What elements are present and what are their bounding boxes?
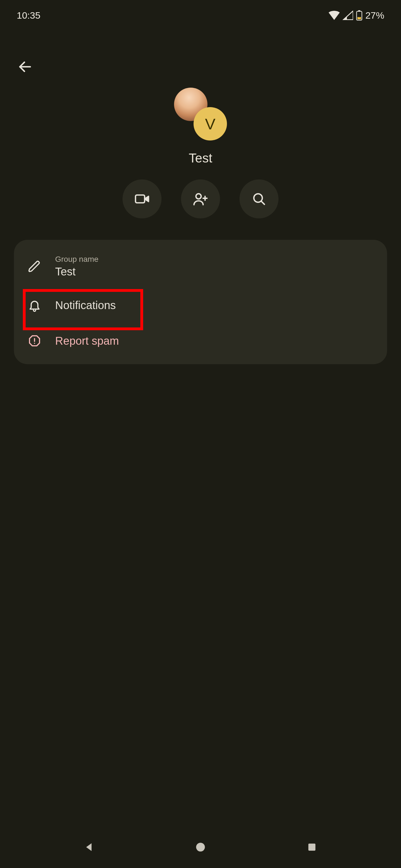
android-nav-bar	[0, 832, 401, 868]
group-name-row[interactable]: Group name Test	[14, 245, 387, 287]
svg-rect-16	[308, 843, 315, 850]
add-person-button[interactable]	[181, 180, 220, 218]
status-bar: 10:35 27%	[0, 0, 401, 31]
group-header: V Test	[0, 88, 401, 218]
status-icons: 27%	[328, 10, 384, 21]
avatar-secondary: V	[194, 107, 227, 141]
battery-percent: 27%	[365, 10, 384, 21]
notifications-label: Notifications	[55, 299, 116, 312]
notifications-row[interactable]: Notifications	[14, 287, 387, 323]
pencil-icon	[28, 260, 41, 273]
cell-signal-icon	[343, 10, 353, 20]
video-icon	[134, 191, 150, 207]
svg-rect-1	[358, 10, 360, 12]
nav-back-icon	[83, 841, 95, 853]
status-time: 10:35	[17, 10, 40, 21]
settings-card: Group name Test Notifications Report spa…	[14, 240, 387, 364]
report-spam-row[interactable]: Report spam	[14, 323, 387, 359]
nav-home-icon	[195, 841, 206, 853]
nav-recents-icon	[307, 842, 317, 852]
back-button[interactable]	[14, 56, 36, 78]
report-icon	[28, 334, 41, 347]
search-button[interactable]	[239, 180, 279, 218]
avatar-stack[interactable]: V	[174, 88, 227, 141]
nav-back-button[interactable]	[81, 839, 97, 856]
svg-point-13	[34, 343, 35, 344]
video-call-button[interactable]	[122, 180, 162, 218]
action-row	[122, 180, 279, 218]
person-add-icon	[193, 191, 208, 207]
wifi-icon	[328, 10, 340, 20]
avatar-initial: V	[205, 115, 215, 133]
group-name-value: Test	[55, 266, 98, 278]
search-icon	[252, 192, 266, 206]
svg-marker-14	[86, 843, 92, 851]
svg-point-6	[196, 194, 201, 199]
svg-rect-4	[136, 195, 145, 203]
group-name-label: Group name	[55, 255, 98, 264]
bell-icon	[28, 299, 41, 312]
battery-icon	[356, 10, 363, 21]
nav-home-button[interactable]	[192, 839, 209, 856]
group-title: Test	[189, 151, 212, 165]
report-spam-label: Report spam	[55, 335, 119, 347]
nav-recents-button[interactable]	[304, 839, 320, 856]
arrow-left-icon	[17, 59, 33, 74]
svg-line-10	[261, 201, 264, 205]
svg-point-15	[196, 843, 205, 851]
